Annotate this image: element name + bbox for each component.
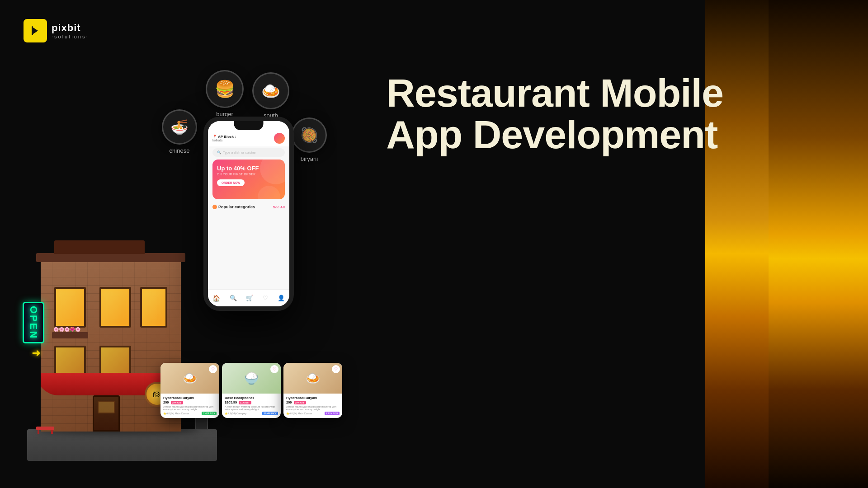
card2-price: $265.99: [225, 400, 237, 404]
card1-price-row: 299 38% OFF: [163, 400, 217, 404]
chinese-circle: 🍜: [162, 109, 197, 145]
card2-body: Bose Headphones $265.99 51% OFF A fresh …: [222, 394, 281, 418]
location-text: AP Block ↓: [218, 135, 236, 139]
search-icon: 🔍: [217, 150, 221, 155]
search-placeholder: Type a dish or cuisine: [223, 150, 256, 155]
card2-desc: A fresh mouth-watering discount flavored…: [225, 405, 275, 411]
nav-home[interactable]: 🏠: [212, 295, 220, 302]
user-avatar: [274, 133, 285, 144]
search-bar[interactable]: 🔍 Type a dish or cuisine: [212, 148, 285, 157]
card2-name: Bose Headphones: [225, 396, 278, 400]
card3-body: Hyderabadi Biryani 299 38% OFF A fresh m…: [283, 394, 342, 418]
svg-rect-1: [32, 26, 33, 35]
nav-favorites[interactable]: ♡: [263, 295, 268, 301]
svg-marker-0: [33, 27, 38, 34]
biryani-label: biryani: [301, 155, 318, 163]
card2-rating: ⭐4.8(54) Category: [225, 412, 246, 415]
food-card-3[interactable]: 🍛 ♡ Hyderabadi Biryani 299 38% OFF A fre…: [283, 363, 342, 418]
card3-price-row: 299 38% OFF: [286, 400, 340, 404]
phone-notch: [234, 121, 264, 130]
card3-heart[interactable]: ♡: [332, 365, 340, 373]
card1-footer: ⭐4.8(54) Main Course CHEF PICK: [163, 412, 217, 415]
table-outdoor: [36, 427, 54, 430]
burger-circle: 🍔: [206, 70, 244, 108]
card1-heart[interactable]: ♡: [209, 365, 217, 373]
headline-area: Restaurant Mobile App Development: [386, 72, 723, 156]
banner-deco2: [258, 186, 280, 199]
table-leg1: [38, 430, 39, 434]
card2-meta: A fresh mouth-watering discount flavored…: [225, 405, 278, 411]
card3-footer: ⭐4.8(54) Main Course EASY PICK: [286, 412, 340, 415]
card1-name: Hyderabadi Biryani: [163, 396, 217, 400]
yellow-panel-inner: [769, 0, 868, 488]
order-now-button[interactable]: ORDER NOW: [217, 179, 245, 186]
food-card-1[interactable]: 🍛 ♡ Hyderabadi Biryani 299 38% OFF A fre…: [160, 363, 219, 418]
nav-profile[interactable]: 👤: [278, 295, 285, 301]
card1-price: 299: [163, 400, 169, 404]
food-cards-container: 🍛 ♡ Hyderabadi Biryani 299 38% OFF A fre…: [160, 363, 342, 418]
card2-heart[interactable]: ♡: [270, 365, 278, 373]
chinese-label: chinese: [170, 147, 190, 155]
roof-ledge: [36, 253, 185, 262]
arrow-sign: ➜: [32, 347, 41, 359]
card2-tag: STAFF PICK: [262, 412, 278, 415]
banner-deco1: [260, 160, 285, 184]
card2-footer: ⭐4.8(54) Category STAFF PICK: [225, 412, 278, 415]
table-leg2: [51, 430, 53, 434]
flowers: 🌸🌸🌸🌺🌸: [53, 327, 80, 332]
card1-body: Hyderabadi Biryani 299 38% OFF A fresh m…: [160, 394, 219, 418]
logo-text: pixbit ·solutions·: [52, 22, 89, 39]
orange-dot: [212, 205, 217, 209]
location-info: 📍 AP Block ↓ kolkata: [212, 135, 236, 142]
door-window: [98, 401, 115, 413]
window-1: [54, 287, 86, 328]
category-bubble-burger: 🍔 burger: [206, 70, 244, 118]
card3-meta: A fresh mouth-watering discount flavored…: [286, 405, 340, 411]
categories-header: Popular categories See All: [208, 202, 289, 212]
category-bubble-biryani: 🥘 biryani: [292, 117, 327, 163]
card3-desc: A fresh mouth-watering discount flavored…: [286, 405, 336, 411]
rooftop: [54, 240, 145, 254]
card1-tag: CHEF PICK: [202, 412, 217, 415]
logo-area: pixbit ·solutions·: [24, 19, 89, 42]
open-sign: OPEN: [23, 302, 44, 343]
card1-rating: ⭐4.8(54) Main Course: [163, 412, 189, 415]
card1-desc: A fresh mouth-watering discount flavored…: [163, 405, 213, 411]
food-card-2[interactable]: 🍚 ♡ Bose Headphones $265.99 51% OFF A fr…: [222, 363, 281, 418]
restaurant-illustration: 🌸🌸🌸🌺🌸 OPEN ➜ 🍽: [27, 226, 217, 461]
card1-meta: A fresh mouth-watering discount flavored…: [163, 405, 217, 411]
phone-screen: 📍 AP Block ↓ kolkata 🔍 Type a dish or cu…: [208, 121, 289, 306]
card2-img: 🍚 ♡: [222, 363, 281, 394]
headline-text: Restaurant Mobile App Development: [386, 72, 723, 156]
location-sub: kolkata: [212, 139, 236, 142]
nav-search[interactable]: 🔍: [230, 295, 237, 301]
headline-line1: Restaurant Mobile: [386, 72, 723, 114]
phone-bottom-nav: 🏠 🔍 🛒 ♡ 👤: [208, 289, 289, 306]
south-indian-circle: 🍛: [252, 72, 289, 109]
card2-price-row: $265.99 51% OFF: [225, 400, 278, 404]
card3-tag: EASY PICK: [325, 412, 340, 415]
card3-name: Hyderabadi Biryani: [286, 396, 340, 400]
card1-img: 🍛 ♡: [160, 363, 219, 394]
window-2: [99, 287, 131, 328]
headline-line2: App Development: [386, 114, 723, 155]
phone-mockup: 📍 AP Block ↓ kolkata 🔍 Type a dish or cu…: [203, 117, 294, 311]
biryani-circle: 🥘: [292, 117, 327, 153]
card3-rating: ⭐4.8(54) Main Course: [286, 412, 312, 415]
brand-name: pixbit: [52, 22, 89, 34]
brand-sub: ·solutions·: [52, 34, 89, 39]
flower-box: [52, 332, 88, 338]
card3-img: 🍛 ♡: [283, 363, 342, 394]
promo-banner: Up to 40% OFF ON YOUR FIRST ORDER ORDER …: [212, 160, 285, 199]
nav-cart[interactable]: 🛒: [246, 295, 253, 301]
card2-discount: 51% OFF: [239, 401, 251, 404]
logo-icon: [24, 19, 47, 42]
window-3: [140, 287, 167, 328]
see-all-link[interactable]: See All: [273, 205, 285, 209]
cat-title: Popular categories: [212, 205, 255, 209]
card3-price: 299: [286, 400, 292, 404]
sidewalk: [27, 429, 217, 461]
category-bubble-chinese: 🍜 chinese: [162, 109, 197, 155]
card3-discount: 38% OFF: [294, 401, 306, 404]
card1-discount: 38% OFF: [171, 401, 183, 404]
